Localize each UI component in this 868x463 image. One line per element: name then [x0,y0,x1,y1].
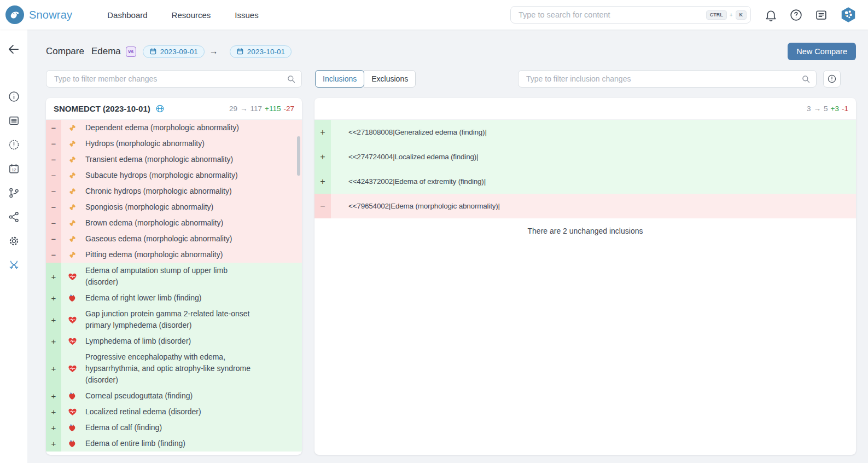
globe-icon[interactable] [155,104,165,113]
date-to-label: 2023-10-01 [247,48,285,56]
exclamation-circle-icon [827,73,837,84]
back-arrow-icon[interactable] [7,42,21,56]
member-change-row[interactable]: − Transient edema (morphologic abnormali… [46,152,302,167]
snowray-logo-icon [5,5,24,24]
disorder-heart-icon [68,315,77,325]
added-sign: + [46,349,61,388]
member-change-row[interactable]: + Localized retinal edema (disorder) [46,404,302,420]
removed-sign: − [46,167,61,183]
help-icon[interactable] [789,8,803,22]
inclusion-filter-input[interactable] [525,74,801,84]
topbar-actions [764,6,857,24]
branch-icon[interactable] [8,187,20,199]
new-compare-button[interactable]: New Compare [788,43,856,60]
member-change-row[interactable]: + Edema of entire limb (finding) [46,436,302,452]
page-title: Compare [46,46,84,57]
unchanged-inclusions-note: There are 2 unchanged inclusions [314,218,856,244]
inclusion-info-button[interactable] [823,70,841,88]
member-change-row[interactable]: + Edema of right lower limb (finding) [46,290,302,306]
bone-icon [68,123,77,132]
bone-icon [68,250,77,259]
member-label: Dependent edema (morphologic abnormality… [85,120,261,136]
ecl-expression: <<271808008|Generalized edema (finding)| [331,120,487,144]
global-search-input[interactable] [517,10,703,20]
member-label: Gap junction protein gamma 2-related lat… [85,306,261,333]
removed-sign: − [46,152,61,167]
inclusion-change-row[interactable]: + <<424372002|Edema of extremity (findin… [314,169,856,194]
nav-issues[interactable]: Issues [235,10,258,20]
tab-exclusions[interactable]: Exclusions [364,70,416,88]
bell-icon[interactable] [764,8,778,22]
member-change-row[interactable]: − Spongiosis (morphologic abnormality) [46,199,302,215]
nav-resources[interactable]: Resources [172,10,211,20]
calendar-icon[interactable]: 12 [8,163,20,175]
member-change-row[interactable]: − Pitting edema (morphologic abnormality… [46,247,302,263]
member-label: Subacute hydrops (morphologic abnormalit… [85,167,261,183]
member-change-row[interactable]: + Edema of calf (finding) [46,420,302,436]
snowray-logo[interactable]: Snowray [5,5,72,24]
member-change-row[interactable]: − Chronic hydrops (morphologic abnormali… [46,183,302,199]
added-sign: + [46,436,61,452]
gear-icon[interactable] [8,235,20,247]
member-label: Corneal pseudoguttata (finding) [85,388,261,404]
member-filter-input[interactable] [53,74,286,84]
news-icon[interactable] [814,8,828,22]
member-change-row[interactable]: − Brown edema (morphologic abnormality) [46,215,302,231]
removed-sign: − [46,199,61,215]
ecl-expression: <<424372002|Edema of extremity (finding)… [331,169,486,194]
share-icon[interactable] [8,211,20,223]
inclusion-change-row[interactable]: + <<271808008|Generalized edema (finding… [314,120,856,144]
alert-badge-icon[interactable] [8,138,20,151]
added-sign: + [314,120,331,144]
member-change-row[interactable]: + Corneal pseudoguttata (finding) [46,388,302,404]
member-label: Pitting edema (morphologic abnormality) [85,247,261,263]
member-label: Gaseous edema (morphologic abnormality) [85,231,261,247]
added-sign: + [46,290,61,306]
notes-icon[interactable] [8,114,20,127]
brand-name: Snowray [29,9,72,21]
bone-icon [68,202,77,212]
tab-inclusions[interactable]: Inclusions [315,70,364,88]
compare-subject: Edema [91,46,121,57]
member-change-row[interactable]: + Gap junction protein gamma 2-related l… [46,306,302,333]
removed-sign: − [46,120,61,136]
added-sign: + [46,306,61,333]
member-label: Edema of calf (finding) [85,420,261,436]
main-nav: Dashboard Resources Issues [107,10,258,20]
global-search[interactable]: CTRL + K [510,6,751,24]
member-change-row[interactable]: − Gaseous edema (morphologic abnormality… [46,231,302,247]
inclusion-filter[interactable] [518,70,817,88]
member-label: Progressive encephalopathy with edema, h… [85,349,261,388]
main-content: Compare Edema vs 2023-09-01 → 2023-10-01… [27,30,868,463]
finding-heart-icon [68,391,77,401]
date-from-chip[interactable]: 2023-09-01 [143,45,205,58]
user-avatar[interactable] [840,6,857,24]
compare-icon[interactable] [8,259,20,271]
added-sign: + [46,388,61,404]
member-change-row[interactable]: + Progressive encephalopathy with edema,… [46,349,302,388]
member-change-row[interactable]: + Edema of amputation stump of upper lim… [46,263,302,290]
inclusion-change-row[interactable]: + <<274724004|Localized edema (finding)| [314,144,856,169]
member-change-row[interactable]: − Subacute hydrops (morphologic abnormal… [46,167,302,183]
member-label: Localized retinal edema (disorder) [85,404,261,420]
member-change-row[interactable]: − Hydrops (morphologic abnormality) [46,136,302,152]
bone-icon [68,171,77,180]
top-navigation-bar: Snowray Dashboard Resources Issues CTRL … [0,0,868,30]
info-icon[interactable] [8,90,20,103]
stat-removed: -27 [283,105,294,113]
nav-dashboard[interactable]: Dashboard [107,10,147,20]
left-sidebar: 12 [0,30,27,463]
date-to-chip[interactable]: 2023-10-01 [230,45,292,58]
member-change-row[interactable]: + Lymphedema of limb (disorder) [46,333,302,349]
svg-text:12: 12 [11,168,16,172]
member-change-list: − Dependent edema (morphologic abnormali… [46,120,302,454]
member-label: Edema of entire limb (finding) [85,436,261,452]
inclusion-change-row[interactable]: − <<79654002|Edema (morphologic abnormal… [314,194,856,218]
member-change-row[interactable]: − Dependent edema (morphologic abnormali… [46,120,302,136]
kbd-ctrl: CTRL [706,10,727,20]
removed-sign: − [46,215,61,231]
search-icon [286,74,296,84]
member-label: Edema of right lower limb (finding) [85,290,261,306]
scrollbar-thumb[interactable] [297,136,300,176]
member-filter[interactable] [46,70,302,88]
